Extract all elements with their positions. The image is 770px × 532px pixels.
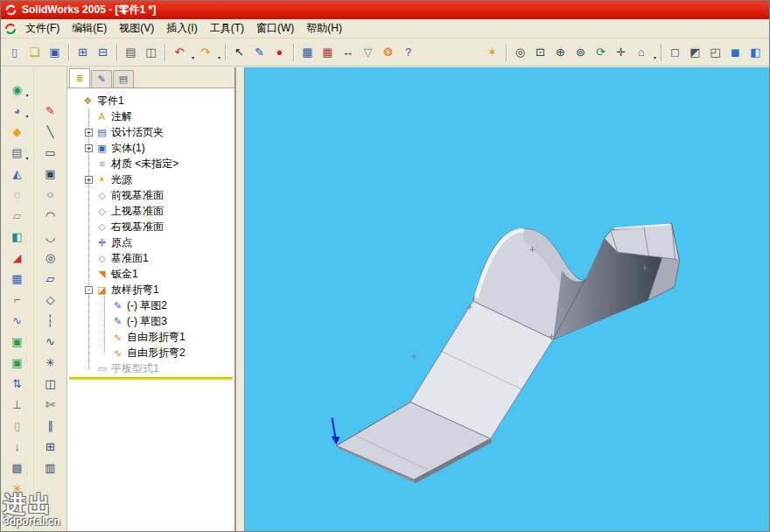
- down-arrow-tool-icon[interactable]: ↓ ▾: [5, 437, 30, 457]
- tree-item-sheet-metal1[interactable]: ◥ 钣金1: [67, 266, 234, 282]
- tree-item-plane1[interactable]: ◇ 基准面1: [67, 250, 234, 266]
- zoom-to-selection-icon[interactable]: ⊚ ▾: [570, 43, 591, 62]
- tree-item-top-plane[interactable]: ◇ 上视基准面: [67, 203, 234, 219]
- graphics-area[interactable]: [244, 67, 769, 531]
- rectangle-tool-icon[interactable]: ▭ ▾: [38, 143, 63, 163]
- sketch-flag-icon[interactable]: ✎ ▾: [38, 101, 63, 121]
- hidden-lines-visible-icon[interactable]: ◩ ▾: [685, 43, 705, 62]
- menu-tools[interactable]: 工具(T): [204, 19, 250, 38]
- panel-grid-tool-icon[interactable]: ▤ ▾: [5, 143, 30, 163]
- line-tool-icon[interactable]: ╲ ▾: [38, 122, 63, 142]
- window-titlebar[interactable]: SolidWorks 2005 - [零件1 *]: [1, 1, 769, 19]
- parallelogram-tool-icon[interactable]: ▱ ▾: [38, 269, 63, 289]
- propertymanager-tab[interactable]: ✎: [91, 70, 112, 88]
- center-rectangle-tool-icon[interactable]: ▣ ▾: [38, 164, 63, 184]
- excel-table-icon[interactable]: ▦ ▾: [318, 43, 338, 62]
- point-tool-icon[interactable]: ✳ ▾: [38, 353, 63, 373]
- panel-splitter[interactable]: [235, 67, 244, 531]
- linear-pattern-tool-icon[interactable]: ▥ ▾: [38, 458, 63, 478]
- tree-item-lofted-bend1[interactable]: - ◪ 放样折弯1: [67, 282, 234, 298]
- tree-item-solid-bodies[interactable]: + ▣ 实体(1): [67, 140, 234, 156]
- tree-item-freeform-bend2[interactable]: ∿ 自由形折弯2: [67, 345, 234, 360]
- wave-tool-icon[interactable]: ∿ ▾: [5, 311, 30, 331]
- circle-tool-icon[interactable]: ○ ▾: [38, 185, 63, 205]
- featuremanager-tab[interactable]: ≣: [69, 68, 90, 88]
- pan-icon[interactable]: ✛ ▾: [611, 43, 631, 62]
- polygon-tool-icon[interactable]: ◇ ▾: [38, 290, 63, 310]
- centerline-tool-icon[interactable]: ┆ ▾: [38, 311, 63, 331]
- configurationmanager-tab[interactable]: ▤: [113, 70, 134, 88]
- menu-edit[interactable]: 编辑(E): [66, 19, 113, 38]
- tree-item-sketch3[interactable]: ✎ (-) 草图3: [67, 313, 234, 329]
- selection-filter-icon[interactable]: ▽ ▾: [358, 43, 378, 62]
- teal-box-tool-icon[interactable]: ◧ ▾: [5, 227, 30, 247]
- shaded-sphere-tool-icon[interactable]: ◕ ▾: [5, 101, 30, 121]
- trim-tool-icon[interactable]: ✄ ▾: [38, 395, 63, 415]
- ring-tool-icon[interactable]: ◌ ▾: [5, 185, 30, 205]
- tree-item-material[interactable]: ≡ 材质 <未指定>: [67, 156, 234, 172]
- help-icon[interactable]: ? ▾: [398, 43, 418, 62]
- convert-entities-tool-icon[interactable]: ⊞ ▾: [38, 437, 63, 457]
- save-icon[interactable]: ▣ ▾: [45, 43, 65, 62]
- new-document-icon[interactable]: ▯ ▾: [4, 43, 24, 62]
- open-folder-icon[interactable]: ❏ ▾: [24, 43, 45, 62]
- menu-window[interactable]: 窗口(W): [250, 19, 300, 38]
- red-wedge-tool-icon[interactable]: ◢ ▾: [5, 248, 30, 268]
- standard-views-icon[interactable]: ⌂ ▾: [631, 43, 657, 62]
- document-menu-icon[interactable]: [4, 22, 18, 36]
- tree-item-freeform-bend1[interactable]: ∿ 自由形折弯1: [67, 329, 234, 345]
- tree-expander-icon[interactable]: +: [85, 129, 93, 136]
- redo-icon[interactable]: ↷ ▾: [195, 43, 221, 62]
- blue-grid-tool-icon[interactable]: ▦ ▾: [5, 269, 30, 289]
- bent-bar-tool-icon[interactable]: ⌐ ▾: [5, 290, 30, 310]
- hidden-lines-removed-icon[interactable]: ◰ ▾: [705, 43, 725, 62]
- print-preview-icon[interactable]: ◫ ▾: [141, 43, 161, 62]
- menu-insert[interactable]: 插入(I): [160, 19, 203, 38]
- tree-item-design-binder[interactable]: + ▤ 设计活页夹: [67, 124, 234, 140]
- hatch-tool-icon[interactable]: ▩ ▾: [5, 458, 30, 478]
- green-panel-tool-icon[interactable]: ▣ ▾: [5, 332, 30, 352]
- tree-item-flat-pattern1[interactable]: ▭ 平板型式1: [67, 360, 234, 376]
- tree-expander-icon[interactable]: +: [85, 144, 93, 152]
- green-panel-tool-icon-2[interactable]: ▣ ▾: [5, 353, 30, 373]
- solidworks-app-icon[interactable]: [4, 4, 18, 17]
- tree-item-lighting[interactable]: + ☀ 光源: [67, 172, 234, 187]
- tree-expander-icon[interactable]: -: [85, 286, 93, 294]
- arc-tool-icon[interactable]: ◠ ▾: [38, 206, 63, 226]
- zoom-to-fit-icon[interactable]: ◎ ▾: [510, 43, 530, 62]
- menu-help[interactable]: 帮助(H): [300, 19, 348, 38]
- appearance-icon[interactable]: ❂ ▾: [378, 43, 398, 62]
- section-view-icon[interactable]: ◧ ▾: [746, 43, 766, 62]
- tee-tool-icon[interactable]: ⊥ ▾: [5, 395, 30, 415]
- ellipse-tool-icon[interactable]: ◎ ▾: [38, 248, 63, 268]
- make-drawing-icon[interactable]: ⊞ ▾: [73, 43, 93, 62]
- make-assembly-icon[interactable]: ⊟ ▾: [93, 43, 113, 62]
- tree-item-sketch2[interactable]: ✎ (-) 草图2: [67, 298, 234, 313]
- green-sphere-tool-icon[interactable]: ◉ ▾: [5, 80, 30, 100]
- design-table-icon[interactable]: ▦ ▾: [298, 43, 318, 62]
- menu-view[interactable]: 视图(V): [113, 19, 160, 38]
- dimension-icon[interactable]: ↔ ▾: [338, 43, 358, 62]
- shaded-icon[interactable]: ◼ ▾: [725, 43, 746, 62]
- magic-wand-icon[interactable]: ✶ ▾: [482, 43, 502, 62]
- offset-tool-icon[interactable]: ∥ ▾: [38, 416, 63, 436]
- tree-item-front-plane[interactable]: ◇ 前视基准面: [67, 187, 234, 203]
- tree-item-part-root[interactable]: ❖ 零件1: [67, 93, 234, 108]
- tree-expander-icon[interactable]: +: [85, 176, 93, 184]
- sketch-pencil-icon[interactable]: ✎ ▾: [249, 43, 270, 62]
- viewport-canvas[interactable]: [245, 67, 769, 531]
- zoom-in-out-icon[interactable]: ⊕ ▾: [550, 43, 570, 62]
- pale-sheet-tool-icon[interactable]: ▱ ▾: [5, 206, 30, 226]
- rollback-bar[interactable]: [69, 377, 233, 380]
- print-icon[interactable]: ▤ ▾: [121, 43, 141, 62]
- pale-page-tool-icon[interactable]: ▯ ▾: [5, 416, 30, 436]
- tree-item-annotations[interactable]: A 注解: [67, 108, 234, 124]
- tree-item-right-plane[interactable]: ◇ 右视基准面: [67, 219, 234, 234]
- select-cursor-icon[interactable]: ↖ ▾: [229, 43, 249, 62]
- red-sphere-icon[interactable]: ● ▾: [270, 43, 290, 62]
- undo-icon[interactable]: ↶ ▾: [169, 43, 195, 62]
- swap-arrows-tool-icon[interactable]: ⇅ ▾: [5, 374, 30, 394]
- wireframe-icon[interactable]: ◻ ▾: [665, 43, 685, 62]
- mirror-tool-icon[interactable]: ◫ ▾: [38, 374, 63, 394]
- blue-wedge-tool-icon[interactable]: ◭ ▾: [5, 164, 30, 184]
